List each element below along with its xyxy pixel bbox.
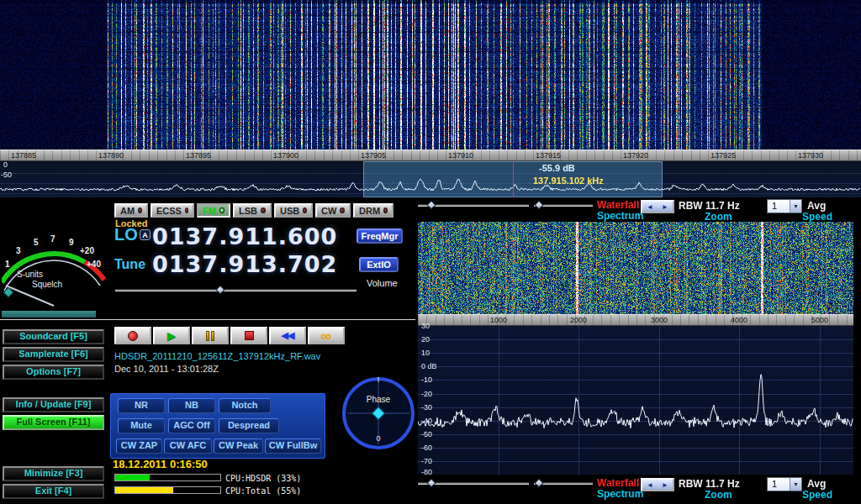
af-waterfall-display[interactable] bbox=[418, 222, 853, 314]
loop-button[interactable]: ∞ bbox=[308, 327, 345, 344]
stop-button[interactable] bbox=[230, 327, 267, 344]
cw-peak-button[interactable]: CW Peak bbox=[214, 438, 263, 454]
rf-frequency-scale[interactable]: 137885 137890 137895 137900 137905 13791… bbox=[0, 150, 861, 161]
af-bottom-pan-buttons[interactable]: ◄ ► bbox=[641, 478, 674, 491]
s-meter-tick-label: 9 bbox=[69, 238, 74, 247]
af-frequency-scale[interactable]: 1000 2000 3000 4000 5000 bbox=[418, 314, 853, 326]
rf-waterfall-display[interactable] bbox=[0, 0, 861, 150]
s-meter-tick-label: 7 bbox=[50, 234, 55, 244]
mode-label: FM bbox=[203, 206, 216, 216]
slider-thumb[interactable] bbox=[426, 200, 436, 209]
pan-left-icon[interactable]: ◄ bbox=[647, 481, 653, 489]
options-button[interactable]: Options [F7] bbox=[3, 365, 104, 380]
af-bottom-contrast-slider[interactable] bbox=[534, 480, 593, 488]
pan-left-icon[interactable]: ◄ bbox=[647, 203, 653, 211]
rf-spectrum-display[interactable] bbox=[0, 161, 861, 197]
af-top-waterfall-label[interactable]: Waterfall bbox=[597, 199, 639, 211]
rewind-button[interactable]: ◀◀ bbox=[269, 327, 306, 344]
playback-controls: ▶ ◀◀ ∞ bbox=[114, 327, 345, 344]
af-top-contrast-slider[interactable] bbox=[534, 202, 593, 210]
s-meter-tick-label: +20 bbox=[80, 246, 94, 255]
record-icon bbox=[128, 331, 138, 341]
slider-thumb[interactable] bbox=[534, 478, 543, 487]
af-top-spectrum-label[interactable]: Spectrum bbox=[597, 210, 643, 222]
cursor-db-readout: -55.9 dB bbox=[539, 163, 575, 173]
exit-button[interactable]: Exit [F4] bbox=[3, 484, 104, 499]
af-db-label: -50 bbox=[421, 430, 432, 438]
mode-button-am[interactable]: AM bbox=[114, 203, 148, 218]
cw-afc-button[interactable]: CW AFC bbox=[164, 438, 212, 454]
af-db-label: -80 bbox=[421, 468, 432, 476]
cpu-total-bar-fill bbox=[115, 487, 173, 493]
slider-thumb[interactable] bbox=[534, 200, 543, 209]
minimize-button[interactable]: Minimize [F3] bbox=[3, 466, 104, 481]
mode-button-usb[interactable]: USB bbox=[274, 203, 313, 218]
pan-right-icon[interactable]: ► bbox=[662, 203, 668, 211]
rf-scale-tick: 137905 bbox=[361, 151, 386, 160]
af-bottom-spectrum-label[interactable]: Spectrum bbox=[597, 488, 643, 500]
despread-button[interactable]: Despread bbox=[219, 418, 279, 433]
cpu-hdsdr-bar bbox=[114, 474, 221, 481]
volume-slider-thumb[interactable] bbox=[215, 285, 224, 294]
mode-label: DRM bbox=[359, 206, 380, 216]
tune-frequency-display[interactable]: 0137.913.702 bbox=[152, 251, 337, 277]
mode-button-lsb[interactable]: LSB bbox=[233, 203, 272, 218]
wav-file-date: Dec 10, 2011 - 13:01:28Z bbox=[114, 364, 219, 374]
mode-led-icon bbox=[138, 207, 142, 213]
agc-button[interactable]: AGC Off bbox=[168, 418, 215, 433]
record-button[interactable] bbox=[114, 327, 151, 344]
extio-button[interactable]: ExtIO bbox=[359, 257, 399, 272]
nb-button[interactable]: NB bbox=[168, 398, 215, 413]
info-update-button[interactable]: Info / Update [F9] bbox=[3, 397, 104, 412]
af-top-pan-buttons[interactable]: ◄ ► bbox=[641, 200, 674, 213]
samplerate-button[interactable]: Samplerate [F6] bbox=[3, 347, 104, 362]
mode-led-icon bbox=[185, 207, 188, 213]
af-spectrum-display[interactable] bbox=[418, 326, 853, 475]
play-button[interactable]: ▶ bbox=[153, 327, 190, 344]
nr-button[interactable]: NR bbox=[118, 398, 165, 413]
af-db-label: 20 bbox=[421, 335, 430, 344]
mute-button[interactable]: Mute bbox=[118, 418, 165, 433]
af-db-label: -60 bbox=[421, 444, 432, 452]
cpu-total-bar bbox=[114, 486, 221, 494]
notch-button[interactable]: Notch bbox=[219, 398, 271, 413]
pan-right-icon[interactable]: ► bbox=[662, 481, 668, 489]
pause-button[interactable] bbox=[192, 327, 229, 344]
af-bottom-avg-select[interactable]: 1 ▼ bbox=[767, 477, 802, 491]
chevron-down-icon[interactable]: ▼ bbox=[790, 478, 801, 491]
lo-frequency-display[interactable]: 0137.911.600 bbox=[152, 223, 337, 249]
volume-slider-groove[interactable] bbox=[115, 289, 357, 291]
mode-led-icon bbox=[340, 207, 345, 213]
chevron-down-icon[interactable]: ▼ bbox=[790, 200, 801, 213]
tune-label: Tune bbox=[114, 257, 145, 272]
af-bottom-brightness-slider[interactable] bbox=[418, 480, 529, 488]
signal-level-bar bbox=[2, 311, 96, 318]
slider-thumb[interactable] bbox=[426, 478, 436, 487]
s-meter-tick-label: 5 bbox=[34, 238, 39, 247]
af-bottom-waterfall-label[interactable]: Waterfall bbox=[597, 477, 639, 489]
fullscreen-button[interactable]: Full Screen [F11] bbox=[3, 415, 104, 430]
mode-led-icon bbox=[303, 207, 307, 213]
af-top-avg-select[interactable]: 1 ▼ bbox=[767, 199, 802, 213]
soundcard-button[interactable]: Soundcard [F5] bbox=[3, 329, 104, 344]
cw-fullbw-button[interactable]: CW FullBw bbox=[265, 438, 321, 454]
pause-icon bbox=[206, 331, 214, 341]
mode-button-ecss[interactable]: ECSS bbox=[151, 203, 194, 218]
s-meter-tick-label: 3 bbox=[16, 246, 21, 255]
rewind-icon: ◀◀ bbox=[282, 330, 294, 341]
volume-slider[interactable] bbox=[115, 286, 357, 295]
af-top-brightness-slider[interactable] bbox=[418, 202, 529, 210]
mode-button-fm[interactable]: FM bbox=[197, 203, 230, 218]
mode-button-cw[interactable]: CW bbox=[315, 203, 351, 218]
stop-icon bbox=[245, 331, 254, 340]
af-db-label: -70 bbox=[421, 457, 432, 465]
af-top-speed-label: Speed bbox=[802, 211, 832, 223]
mode-label: LSB bbox=[239, 206, 257, 216]
cw-zap-button[interactable]: CW ZAP bbox=[116, 438, 162, 454]
rf-scale-tick: 137895 bbox=[186, 151, 211, 160]
freqmgr-button[interactable]: FreqMgr bbox=[357, 228, 403, 244]
lo-lock-badge[interactable]: A bbox=[140, 229, 151, 240]
mode-button-drm[interactable]: DRM bbox=[353, 203, 394, 218]
loop-icon: ∞ bbox=[321, 332, 332, 340]
mode-label: CW bbox=[321, 206, 336, 216]
